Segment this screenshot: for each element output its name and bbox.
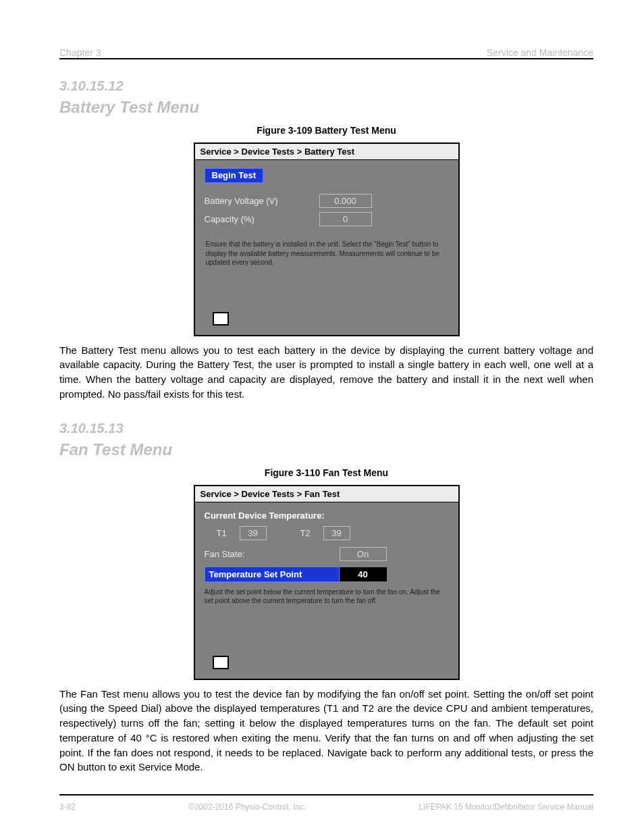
fanstate-value: On: [340, 547, 387, 561]
fan-section-title: Fan Test Menu: [59, 440, 593, 459]
footer-center: ©2002-2016 Physio-Control, Inc.: [188, 802, 306, 812]
temp-row: T1 39 T2 39: [217, 526, 449, 540]
header-right: Service and Maintenance: [487, 47, 593, 58]
header-left: Chapter 3: [59, 47, 101, 58]
setpoint-row[interactable]: Temperature Set Point 40: [205, 567, 449, 582]
footer-left: 3-82: [59, 802, 76, 812]
voltage-value: 0.000: [319, 194, 372, 208]
page-header: Chapter 3 Service and Maintenance: [59, 47, 593, 58]
voltage-label: Battery Voltage (V): [205, 196, 319, 206]
battery-figure-caption: Figure 3-109 Battery Test Menu: [59, 125, 593, 136]
t1-label: T1: [217, 528, 233, 538]
voltage-row: Battery Voltage (V) 0.000: [205, 194, 449, 208]
temp-header: Current Device Temperature:: [205, 511, 449, 521]
fanstate-label: Fan State:: [205, 549, 340, 559]
fan-titlebar: Service > Device Tests > Fan Test: [195, 486, 458, 502]
fan-back-arrow-icon[interactable]: ←: [213, 656, 229, 669]
battery-section-num: 3.10.15.12: [59, 78, 593, 94]
battery-desc: The Battery Test menu allows you to test…: [59, 343, 593, 402]
setpoint-label[interactable]: Temperature Set Point: [205, 567, 340, 582]
battery-instructions: Ensure that the battery is installed in …: [205, 237, 449, 290]
battery-section-title: Battery Test Menu: [59, 98, 593, 117]
setpoint-value[interactable]: 40: [340, 567, 387, 581]
bottom-rule: [59, 794, 593, 796]
fan-figure-caption: Figure 3-110 Fan Test Menu: [59, 467, 593, 478]
t2-label: T2: [300, 528, 317, 538]
capacity-value: 0: [319, 212, 372, 226]
fan-instructions: Adjust the set point below the current t…: [205, 585, 449, 634]
capacity-label: Capacity (%): [205, 214, 319, 224]
footer-right: LIFEPAK 15 Monitor/Defibrillator Service…: [419, 802, 593, 812]
fan-test-window: Service > Device Tests > Fan Test Curren…: [194, 485, 460, 680]
top-rule: [59, 58, 593, 59]
t1-value: 39: [240, 526, 267, 540]
back-arrow-icon[interactable]: ←: [213, 312, 229, 325]
begin-test-button[interactable]: Begin Test: [205, 168, 264, 183]
battery-test-window: Service > Device Tests > Battery Test Be…: [194, 142, 460, 336]
fanstate-row: Fan State: On: [205, 547, 449, 561]
battery-titlebar: Service > Device Tests > Battery Test: [195, 144, 458, 160]
page-footer: 3-82 ©2002-2016 Physio-Control, Inc. LIF…: [59, 802, 593, 812]
capacity-row: Capacity (%) 0: [205, 212, 449, 226]
t2-value: 39: [323, 526, 350, 540]
fan-section-num: 3.10.15.13: [59, 421, 593, 436]
fan-desc: The Fan Test menu allows you to test the…: [59, 687, 593, 775]
